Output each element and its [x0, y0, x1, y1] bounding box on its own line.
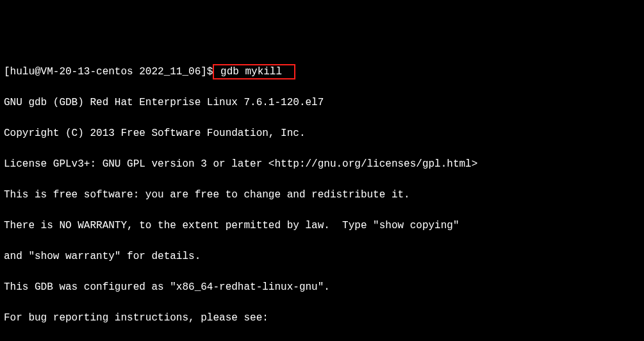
terminal-line: This GDB was configured as "x86_64-redha… — [4, 279, 640, 295]
terminal-line: GNU gdb (GDB) Red Hat Enterprise Linux 7… — [4, 95, 640, 110]
terminal-line: Copyright (C) 2013 Free Software Foundat… — [4, 126, 640, 141]
highlight-command: gdb mykill — [213, 64, 295, 79]
terminal-line: and "show warranty" for details. — [4, 249, 640, 264]
terminal-line: This is free software: you are free to c… — [4, 187, 640, 203]
terminal-line: There is NO WARRANTY, to the extent perm… — [4, 218, 640, 233]
terminal-line: License GPLv3+: GNU GPL version 3 or lat… — [4, 156, 640, 172]
terminal-line: For bug reporting instructions, please s… — [4, 310, 640, 326]
terminal-line: [hulu@VM-20-13-centos 2022_11_06]$ gdb m… — [4, 64, 640, 79]
shell-prompt: [hulu@VM-20-13-centos 2022_11_06]$ — [4, 66, 213, 78]
